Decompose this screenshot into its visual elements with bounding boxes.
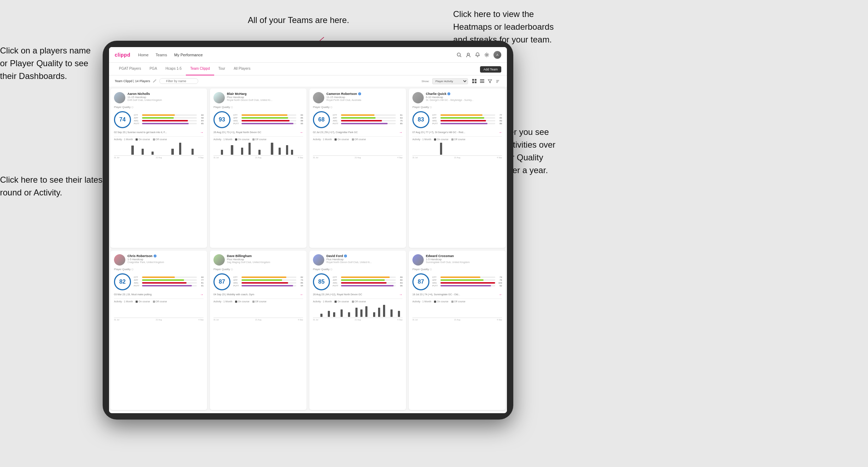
player-card[interactable]: Edward Crossman 1-5 Handicap Sunningdale… [409, 251, 506, 410]
activity-header: Activity · 1 Month On course Off course [114, 300, 204, 303]
annotation-player-name: Click on a players nameor Player Quality… [0, 44, 91, 82]
tab-all-players[interactable]: All Players [229, 63, 255, 75]
tab-hcaps[interactable]: Hcaps 1-5 [161, 63, 186, 75]
stat-label-putt: PUTT [233, 285, 240, 287]
nav-my-performance[interactable]: My Performance [173, 53, 204, 57]
sort-icon[interactable] [494, 78, 501, 85]
latest-round-arrow[interactable]: → [399, 292, 402, 296]
player-card[interactable]: David Ford ✓ Plus Handicap Royal North D… [309, 251, 406, 410]
show-select[interactable]: Player Activity Quality Score Trend [432, 78, 468, 84]
chart-dates: 31 Jul 21 Aug 4 Sep [412, 319, 502, 321]
chart-date-mid: 21 Aug [255, 156, 261, 159]
quality-circle[interactable]: 93 [213, 111, 230, 128]
bell-icon[interactable] [475, 52, 480, 57]
latest-round: 02 Jul 23 | 59 (+17), Craigmillar Park G… [313, 130, 402, 134]
player-name[interactable]: Dave Billingham [227, 254, 303, 258]
stat-label-putt: PUTT [432, 285, 439, 287]
player-card[interactable]: Aaron Nicholls 11-15 Handicap Drift Golf… [110, 89, 207, 248]
chart-date-start: 31 Jul [412, 319, 418, 321]
chart-date-end: 4 Sep [497, 156, 502, 159]
player-card[interactable]: Charlie Quick ✓ 6-10 Handicap St. George… [409, 89, 506, 248]
quality-circle[interactable]: 74 [114, 111, 131, 128]
activity-oncourse: On course [235, 300, 249, 303]
tab-pgat-players[interactable]: PGAT Players [115, 63, 145, 75]
stat-label-arg: ARG [333, 282, 340, 284]
quality-circle[interactable]: 85 [313, 273, 330, 290]
player-info: Blair McHarg Plus Handicap Royal North D… [227, 92, 303, 101]
quality-stats: OTT 60 APP 77 ARG [134, 276, 204, 287]
player-club: Drift Golf Club, United Kingdom [127, 99, 204, 101]
player-handicap: Plus Handicap [227, 258, 303, 261]
stat-row-putt: PUTT 94 [233, 285, 303, 287]
settings-icon[interactable] [484, 52, 489, 57]
offcourse-label: Off course [156, 300, 167, 303]
quality-circle[interactable]: 82 [114, 273, 131, 290]
player-handicap: 6-10 Handicap [426, 96, 502, 99]
chart-date-mid: 21 Aug [355, 156, 361, 159]
player-card[interactable]: Blair McHarg Plus Handicap Royal North D… [210, 89, 307, 248]
stat-bar-container-putt [241, 285, 296, 286]
latest-round-arrow[interactable]: → [399, 130, 402, 134]
player-card[interactable]: Dave Billingham Plus Handicap Sag Maging… [210, 251, 307, 410]
activity-header: Activity · 1 Month On course Off course [412, 300, 502, 303]
stat-row-putt: PUTT 91 [134, 285, 204, 287]
activity-title: Activity · 1 Month [412, 138, 431, 141]
player-name[interactable]: Blair McHarg [227, 92, 303, 96]
chart-date-start: 31 Jul [213, 156, 219, 159]
add-team-button[interactable]: Add Team [480, 66, 501, 73]
activity-offcourse: Off course [252, 138, 267, 141]
player-info: Cameron Robertson ✓ 11-15 Handicap Royal… [326, 92, 402, 101]
nav-home[interactable]: Home [137, 53, 149, 57]
activity-section: Activity · 1 Month On course Off course … [313, 298, 402, 321]
player-card[interactable]: Chris Robertson ✓ 1-5 Handicap Craigmill… [110, 251, 207, 410]
latest-round-arrow[interactable]: → [299, 130, 303, 134]
nav-teams[interactable]: Teams [155, 53, 168, 57]
quality-circle[interactable]: 68 [313, 111, 330, 128]
activity-oncourse: On course [235, 138, 249, 141]
player-name[interactable]: Cameron Robertson ✓ [326, 92, 402, 96]
tab-pga[interactable]: PGA [145, 63, 161, 75]
list-view-icon[interactable] [479, 78, 486, 85]
edit-icon[interactable] [153, 79, 156, 83]
player-name[interactable]: Edward Crossman [426, 254, 502, 258]
latest-round-arrow[interactable]: → [200, 292, 204, 296]
player-card[interactable]: Cameron Robertson ✓ 11-15 Handicap Royal… [309, 89, 406, 248]
quality-label: Player Quality ⓘ [313, 106, 402, 109]
quality-label: Player Quality ⓘ [213, 268, 303, 271]
stat-label-arg: ARG [134, 120, 141, 122]
chart-dates: 31 Jul 21 Aug 4 Sep [412, 156, 502, 159]
annotation-heatmaps: Click here to view theHeatmaps or leader… [453, 8, 554, 46]
stat-value-putt: 92 [496, 285, 502, 287]
player-name[interactable]: Aaron Nicholls [127, 92, 204, 96]
stat-value-app: 58 [198, 117, 204, 119]
player-name[interactable]: Chris Robertson ✓ [127, 254, 204, 258]
stat-label-ott: OTT [432, 276, 439, 278]
quality-circle[interactable]: 83 [412, 111, 429, 128]
stat-value-putt: 86 [496, 123, 502, 125]
tab-tour[interactable]: Tour [214, 63, 229, 75]
quality-stats: OTT 82 APP 74 ARG [233, 276, 303, 287]
player-name[interactable]: Charlie Quick ✓ [426, 92, 502, 96]
stat-label-putt: PUTT [134, 285, 141, 287]
latest-round-text: 07 Aug 23 | 77 (+7), St George's Hill GC… [412, 131, 465, 133]
latest-round-arrow[interactable]: → [200, 130, 204, 134]
search-icon[interactable] [457, 52, 462, 57]
latest-round-arrow[interactable]: → [498, 130, 502, 134]
avatar[interactable]: A [493, 51, 501, 59]
filter-icon[interactable] [486, 78, 493, 85]
tab-team-clippd[interactable]: Team Clippd [186, 63, 214, 75]
stat-value-arg: 103 [496, 282, 502, 284]
filter-input[interactable] [159, 78, 198, 84]
grid-view-icon[interactable] [471, 78, 478, 85]
person-icon[interactable] [466, 52, 471, 57]
activity-section: Activity · 1 Month On course Off course … [213, 136, 303, 159]
latest-round-text: 02 Jul 23 | 59 (+17), Craigmillar Park G… [313, 131, 358, 133]
show-label: Show: [422, 80, 429, 83]
latest-round-arrow[interactable]: → [299, 292, 303, 296]
quality-circle[interactable]: 87 [213, 273, 230, 290]
activity-title: Activity · 1 Month [114, 300, 133, 303]
quality-circle[interactable]: 87 [412, 273, 429, 290]
player-avatar [313, 254, 324, 266]
latest-round-arrow[interactable]: → [498, 292, 502, 296]
player-name[interactable]: David Ford ✓ [326, 254, 402, 258]
